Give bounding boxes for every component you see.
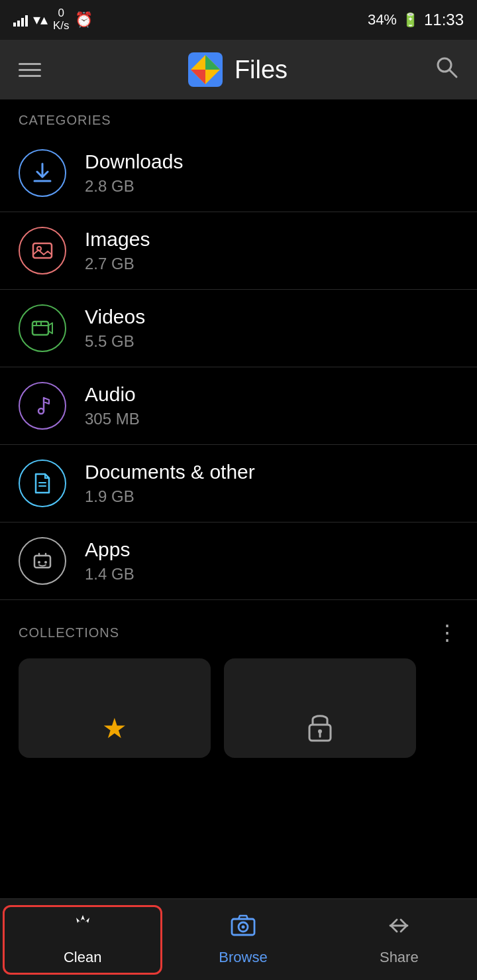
category-item-apps[interactable]: Apps 1.4 GB	[0, 522, 477, 600]
clean-label: Clean	[64, 949, 101, 966]
toolbar: Files	[0, 40, 477, 99]
svg-point-16	[38, 561, 40, 564]
search-button[interactable]	[435, 55, 458, 85]
data-speed: 0K/s	[53, 7, 70, 32]
collection-card-secure[interactable]	[224, 658, 416, 758]
collections-header: COLLECTIONS ⋮	[0, 600, 477, 658]
videos-info: Videos 5.5 GB	[85, 306, 145, 351]
toolbar-center: Files	[188, 52, 288, 87]
categories-header: CATEGORIES	[0, 99, 477, 135]
browse-icon	[231, 914, 256, 944]
lock-icon	[305, 710, 335, 745]
nav-item-share[interactable]: Share	[321, 907, 477, 973]
svg-rect-6	[33, 243, 52, 258]
apps-size: 1.4 GB	[85, 565, 134, 583]
hamburger-menu-button[interactable]	[19, 63, 41, 77]
downloads-size: 2.8 GB	[85, 177, 183, 196]
alarm-icon: ⏰	[75, 11, 93, 29]
app-title: Files	[235, 56, 288, 84]
nav-item-browse[interactable]: Browse	[165, 907, 321, 973]
app-logo	[188, 52, 223, 87]
downloads-name: Downloads	[85, 151, 183, 173]
documents-name: Documents & other	[85, 461, 255, 483]
svg-point-17	[44, 561, 47, 564]
images-size: 2.7 GB	[85, 255, 150, 273]
category-item-images[interactable]: Images 2.7 GB	[0, 212, 477, 290]
downloads-info: Downloads 2.8 GB	[85, 151, 183, 196]
battery-percent: 34%	[368, 11, 397, 29]
downloads-icon	[19, 149, 66, 197]
apps-icon	[19, 537, 66, 585]
wifi-icon: ▾▴	[33, 11, 48, 29]
images-info: Images 2.7 GB	[85, 228, 150, 273]
apps-info: Apps 1.4 GB	[85, 538, 134, 583]
documents-icon	[19, 459, 66, 507]
videos-icon	[19, 304, 66, 352]
collections-more-button[interactable]: ⋮	[437, 620, 458, 645]
images-icon	[19, 227, 66, 275]
category-item-audio[interactable]: Audio 305 MB	[0, 367, 477, 445]
audio-info: Audio 305 MB	[85, 383, 140, 428]
images-name: Images	[85, 228, 150, 251]
documents-size: 1.9 GB	[85, 487, 255, 506]
battery-icon: 🔋	[402, 12, 419, 28]
status-bar: ▾▴ 0K/s ⏰ 34% 🔋 11:33	[0, 0, 477, 40]
videos-size: 5.5 GB	[85, 332, 145, 351]
status-left: ▾▴ 0K/s ⏰	[13, 7, 93, 32]
audio-name: Audio	[85, 383, 140, 406]
clean-icon	[70, 914, 96, 944]
audio-size: 305 MB	[85, 410, 140, 428]
share-label: Share	[380, 949, 419, 966]
category-list: Downloads 2.8 GB Images 2.7 GB	[0, 135, 477, 600]
audio-icon	[19, 382, 66, 430]
svg-point-23	[241, 925, 244, 928]
share-icon	[386, 914, 411, 944]
time-display: 11:33	[424, 11, 464, 29]
status-right: 34% 🔋 11:33	[368, 11, 464, 29]
nav-item-clean[interactable]: Clean	[3, 905, 162, 975]
star-icon: ★	[102, 712, 127, 745]
category-item-documents[interactable]: Documents & other 1.9 GB	[0, 445, 477, 522]
signal-icon	[13, 13, 28, 27]
svg-point-12	[38, 408, 44, 414]
collection-card-favorites[interactable]: ★	[19, 658, 211, 758]
category-item-downloads[interactable]: Downloads 2.8 GB	[0, 135, 477, 212]
apps-name: Apps	[85, 538, 134, 561]
bottom-nav: Clean Browse Share	[0, 898, 477, 980]
svg-line-5	[450, 70, 456, 77]
videos-name: Videos	[85, 306, 145, 328]
documents-info: Documents & other 1.9 GB	[85, 461, 255, 506]
browse-label: Browse	[219, 949, 267, 966]
collections-title: COLLECTIONS	[19, 625, 119, 641]
collections-cards: ★	[0, 658, 477, 765]
category-item-videos[interactable]: Videos 5.5 GB	[0, 290, 477, 367]
